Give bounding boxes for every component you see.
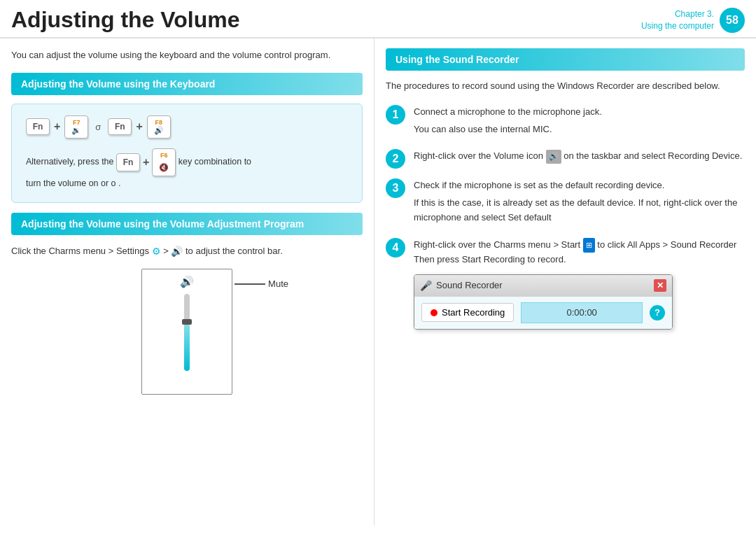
fn-key-3-label: Fn	[123, 155, 134, 169]
or-symbol: σ	[95, 122, 101, 132]
slider-header: 🔊	[180, 275, 194, 288]
mute-label-area: Mute	[234, 278, 288, 289]
step-4-text: Right-click over the Charms menu > Start…	[414, 238, 745, 267]
settings-icon: ⚙	[152, 244, 161, 259]
slider-thumb[interactable]	[182, 319, 192, 325]
slider-fill	[184, 325, 190, 371]
sound-recorder-header: Using the Sound Recorder	[386, 48, 745, 71]
right-column: Using the Sound Recorder The procedures …	[374, 38, 756, 526]
step-2: 2 Right-click over the Volume icon 🔊 on …	[386, 149, 745, 169]
step-4-text-1: Right-click over the Charms menu > Start	[414, 239, 580, 250]
chapter-text: Chapter 3. Using the computer	[641, 8, 714, 32]
page-header: Adjusting the Volume Chapter 3. Using th…	[0, 0, 756, 38]
start-recording-label: Start Recording	[442, 307, 505, 318]
alt-text-1: Alternatively, press the	[26, 157, 114, 167]
record-dot-icon	[430, 309, 438, 316]
dialog-body: Start Recording 0:00:00 ?	[414, 297, 672, 330]
step-3-content: Check if the microphone is set as the de…	[414, 178, 745, 227]
fn-key-1: Fn	[26, 118, 50, 135]
step-2-number: 2	[386, 149, 405, 169]
help-button[interactable]: ?	[650, 305, 665, 320]
plus-2: +	[136, 120, 142, 133]
fn-key-3: Fn	[116, 153, 140, 171]
f8-icon: 🔊	[154, 126, 164, 135]
slider-volume-icon: 🔊	[180, 275, 194, 288]
slider-container: 🔊	[141, 269, 232, 395]
step-2-text-2: on the taskbar and select Recording Devi…	[564, 150, 742, 161]
step-3-sub: If this is the case, it is already set a…	[414, 196, 745, 225]
chapter-info: Chapter 3. Using the computer 58	[641, 8, 745, 33]
recorder-desc: The procedures to record sound using the…	[386, 79, 745, 94]
alt-text-3: turn the volume on or o .	[26, 178, 121, 188]
f8-key: F8 🔊	[147, 115, 171, 139]
fn-key-2-label: Fn	[115, 122, 125, 132]
dialog-mic-icon: 🎤	[420, 278, 432, 293]
step-2-content: Right-click over the Volume icon 🔊 on th…	[414, 149, 745, 167]
mute-line	[234, 283, 265, 285]
f8-label: F8	[155, 119, 162, 126]
step-2-text: Right-click over the Volume icon 🔊 on th…	[414, 149, 745, 164]
f6-label: F6	[160, 150, 168, 161]
timer-display: 0:00:00	[521, 302, 643, 324]
page-number: 58	[720, 8, 745, 33]
start-recording-button[interactable]: Start Recording	[421, 303, 514, 322]
alt-text-row: Alternatively, press the Fn + F6 🔇 key c…	[26, 148, 348, 191]
plus-3: +	[143, 153, 149, 171]
plus-1: +	[54, 120, 60, 133]
step-1-content: Connect a microphone to the microphone j…	[414, 105, 745, 140]
mute-label: Mute	[268, 278, 288, 289]
sound-recorder-dialog: 🎤 Sound Recorder ✕ Start Recording 0:00:…	[414, 274, 673, 330]
intro-text: You can adjust the volume using the keyb…	[11, 48, 363, 63]
step-4-content: Right-click over the Charms menu > Start…	[414, 238, 745, 330]
fn-key-label: Fn	[33, 122, 43, 132]
step-3: 3 Check if the microphone is set as the …	[386, 178, 745, 227]
volume-section: Adjusting the Volume using the Volume Ad…	[11, 213, 363, 395]
keyboard-box: Fn + F7 🔉 σ Fn + F8 🔊 Alternatively, p	[11, 104, 363, 203]
step-4: 4 Right-click over the Charms menu > Sta…	[386, 238, 745, 330]
slider-track	[184, 294, 190, 371]
dialog-titlebar: 🎤 Sound Recorder ✕	[414, 275, 672, 296]
f7-key: F7 🔉	[64, 115, 88, 139]
step-1: 1 Connect a microphone to the microphone…	[386, 105, 745, 140]
windows-icon: ⊞	[583, 238, 595, 253]
volume-desc-3: to adjust the control bar.	[186, 246, 283, 256]
step-1-number: 1	[386, 105, 405, 125]
keyboard-section-header: Adjusting the Volume using the Keyboard	[11, 73, 363, 95]
chapter-label: Chapter 3.	[641, 8, 714, 20]
dialog-title-text: Sound Recorder	[436, 278, 503, 293]
key-row-1: Fn + F7 🔉 σ Fn + F8 🔊	[26, 115, 348, 139]
volume-desc-2: >	[163, 246, 171, 256]
fn-key-2: Fn	[108, 118, 132, 135]
alt-text-2: key combination to	[178, 157, 251, 167]
volume-section-header: Adjusting the Volume using the Volume Ad…	[11, 213, 363, 235]
f7-icon: 🔉	[71, 126, 81, 135]
steps-list: 1 Connect a microphone to the microphone…	[386, 105, 745, 330]
page-title: Adjusting the Volume	[11, 7, 240, 33]
volume-desc-text: Click the Charms menu > Settings	[11, 246, 149, 256]
left-column: You can adjust the volume using the keyb…	[0, 38, 374, 526]
step-1-text: Connect a microphone to the microphone j…	[414, 105, 745, 120]
step-4-number: 4	[386, 238, 405, 258]
volume-speaker-icon: 🔊	[171, 244, 183, 259]
step-3-text: Check if the microphone is set as the de…	[414, 178, 745, 193]
main-content: You can adjust the volume using the keyb…	[0, 38, 756, 526]
volume-diagram: 🔊 Mute	[11, 269, 363, 395]
step-3-number: 3	[386, 178, 405, 198]
f6-key: F6 🔇	[152, 148, 176, 176]
chapter-sub-label: Using the computer	[641, 20, 714, 32]
volume-desc: Click the Charms menu > Settings ⚙ > 🔊 t…	[11, 244, 363, 259]
dialog-close-button[interactable]: ✕	[654, 279, 666, 292]
volume-taskbar-icon: 🔊	[546, 150, 561, 164]
sound-recorder-section: Using the Sound Recorder The procedures …	[386, 48, 745, 94]
step-1-sub: You can also use the internal MIC.	[414, 122, 745, 137]
step-2-text-1: Right-click over the Volume icon	[414, 150, 543, 161]
f6-icon: 🔇	[159, 161, 169, 174]
volume-slider-wrapper: 🔊 Mute	[141, 269, 232, 395]
dialog-title-left: 🎤 Sound Recorder	[420, 278, 503, 293]
f7-label: F7	[73, 119, 80, 126]
